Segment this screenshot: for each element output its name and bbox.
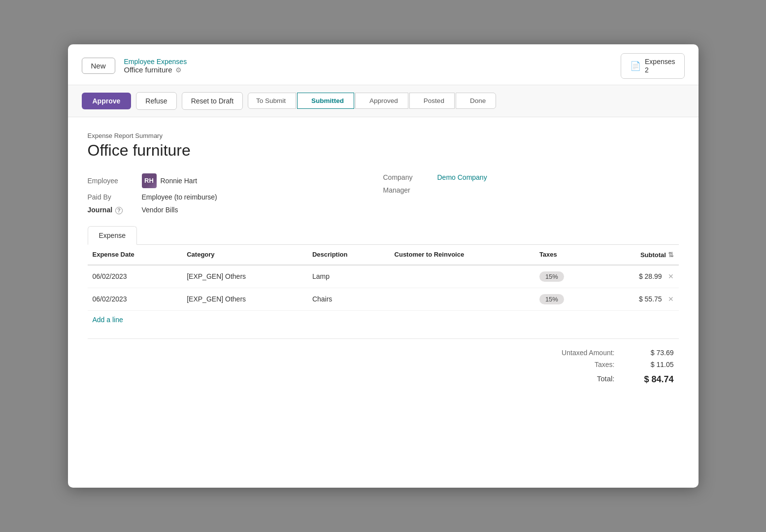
- expenses-count: 2: [645, 66, 649, 74]
- col-taxes: Taxes: [534, 245, 598, 265]
- row1-subtotal: $ 28.99 ✕: [597, 265, 678, 288]
- table-row: 06/02/2023 [EXP_GEN] Others Chairs 15% $…: [88, 288, 679, 310]
- col-expense-date: Expense Date: [88, 245, 182, 265]
- row1-date: 06/02/2023: [88, 265, 182, 288]
- breadcrumb-sub: Office furniture ⚙: [124, 66, 187, 74]
- breadcrumb-link[interactable]: Employee Expenses: [124, 58, 187, 66]
- row1-taxes: 15%: [534, 265, 598, 288]
- row2-subtotal: $ 55.75 ✕: [597, 288, 678, 310]
- gear-icon[interactable]: ⚙: [175, 66, 182, 74]
- expenses-button[interactable]: 📄 Expenses 2: [621, 53, 684, 79]
- manager-row: Manager: [383, 186, 679, 194]
- total-label: Total:: [536, 374, 615, 385]
- taxes-label: Taxes:: [536, 361, 615, 368]
- journal-row: Journal ? Vendor Bills: [88, 206, 383, 214]
- paid-by-label: Paid By: [88, 193, 142, 201]
- top-header: New Employee Expenses Office furniture ⚙…: [68, 44, 699, 85]
- untaxed-row: Untaxed Amount: $ 73.69: [487, 349, 674, 357]
- untaxed-label: Untaxed Amount:: [536, 349, 615, 357]
- form-left: Employee RH Ronnie Hart Paid By Employee…: [88, 173, 383, 214]
- status-pipeline: To Submit Submitted Approved Posted Done: [248, 93, 497, 109]
- breadcrumb: Employee Expenses Office furniture ⚙: [124, 58, 187, 74]
- tab-expense[interactable]: Expense: [88, 226, 137, 245]
- employee-name: Ronnie Hart: [161, 177, 198, 185]
- status-posted[interactable]: Posted: [409, 93, 455, 109]
- total-value: $ 84.74: [634, 374, 674, 385]
- row2-description: Chairs: [307, 288, 390, 310]
- breadcrumb-current: Office furniture: [124, 66, 172, 74]
- taxes-row: Taxes: $ 11.05: [487, 361, 674, 368]
- form-grid: Employee RH Ronnie Hart Paid By Employee…: [88, 173, 679, 214]
- refuse-button[interactable]: Refuse: [136, 92, 176, 110]
- journal-label: Journal ?: [88, 206, 142, 214]
- main-window: New Employee Expenses Office furniture ⚙…: [68, 44, 699, 488]
- col-category: Category: [182, 245, 307, 265]
- paid-by-row: Paid By Employee (to reimburse): [88, 193, 383, 201]
- expenses-icon: 📄: [630, 61, 641, 71]
- untaxed-value: $ 73.69: [634, 349, 674, 357]
- status-to-submit[interactable]: To Submit: [248, 93, 296, 109]
- col-description: Description: [307, 245, 390, 265]
- employee-row: Employee RH Ronnie Hart: [88, 173, 383, 188]
- action-bar: Approve Refuse Reset to Draft To Submit …: [68, 85, 699, 117]
- col-customer: Customer to Reinvoice: [390, 245, 534, 265]
- row1-category: [EXP_GEN] Others: [182, 265, 307, 288]
- paid-by-value: Employee (to reimburse): [142, 193, 217, 201]
- manager-label: Manager: [383, 186, 437, 194]
- journal-help-icon[interactable]: ?: [115, 207, 123, 214]
- totals-section: Untaxed Amount: $ 73.69 Taxes: $ 11.05 T…: [88, 338, 679, 390]
- expense-table: Expense Date Category Description Custom…: [88, 245, 679, 311]
- total-row: Total: $ 84.74: [487, 374, 674, 385]
- row2-delete-icon[interactable]: ✕: [668, 295, 674, 303]
- row2-customer: [390, 288, 534, 310]
- taxes-value: $ 11.05: [634, 361, 674, 368]
- report-title: Office furniture: [88, 141, 679, 160]
- col-subtotal: Subtotal ⇅: [597, 245, 678, 265]
- status-submitted[interactable]: Submitted: [297, 93, 354, 109]
- new-button[interactable]: New: [82, 58, 115, 74]
- subtotal-sort-icon[interactable]: ⇅: [668, 251, 674, 259]
- form-right: Company Demo Company Manager: [383, 173, 679, 214]
- status-done[interactable]: Done: [456, 93, 496, 109]
- employee-label: Employee: [88, 177, 142, 185]
- row2-date: 06/02/2023: [88, 288, 182, 310]
- journal-value: Vendor Bills: [142, 206, 178, 214]
- tabs: Expense: [88, 226, 679, 245]
- approve-button[interactable]: Approve: [82, 93, 132, 109]
- row1-description: Lamp: [307, 265, 390, 288]
- avatar: RH: [142, 173, 157, 188]
- row1-customer: [390, 265, 534, 288]
- table-header-row: Expense Date Category Description Custom…: [88, 245, 679, 265]
- company-value[interactable]: Demo Company: [437, 173, 487, 181]
- row1-delete-icon[interactable]: ✕: [668, 272, 674, 280]
- reset-to-draft-button[interactable]: Reset to Draft: [182, 92, 243, 110]
- report-label: Expense Report Summary: [88, 132, 679, 139]
- row2-category: [EXP_GEN] Others: [182, 288, 307, 310]
- company-row: Company Demo Company: [383, 173, 679, 181]
- status-approved[interactable]: Approved: [355, 93, 408, 109]
- add-line-button[interactable]: Add a line: [88, 311, 128, 329]
- row2-taxes: 15%: [534, 288, 598, 310]
- company-label: Company: [383, 173, 437, 181]
- expenses-label: Expenses: [645, 58, 675, 66]
- table-row: 06/02/2023 [EXP_GEN] Others Lamp 15% $ 2…: [88, 265, 679, 288]
- main-content: Expense Report Summary Office furniture …: [68, 117, 699, 404]
